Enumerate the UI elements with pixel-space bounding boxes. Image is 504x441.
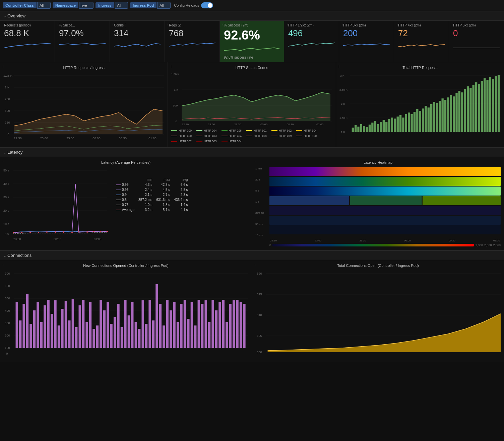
svg-rect-207 xyxy=(218,302,221,348)
svg-text:50 s: 50 s xyxy=(3,169,9,172)
svg-rect-175 xyxy=(107,302,109,348)
svg-rect-125 xyxy=(269,167,501,176)
stat-card-http12xx: i HTTP 1/2xx (2m) 496 xyxy=(284,21,339,62)
svg-rect-199 xyxy=(191,302,193,348)
svg-rect-166 xyxy=(75,327,77,348)
svg-rect-57 xyxy=(388,119,390,132)
svg-rect-205 xyxy=(211,300,214,348)
spark-conns xyxy=(114,40,161,50)
svg-rect-151 xyxy=(22,304,25,348)
stat-info-conns: i xyxy=(113,23,113,26)
http-requests-info: i xyxy=(3,65,3,68)
svg-rect-54 xyxy=(380,122,382,132)
stat-value-success: 97.0% xyxy=(59,28,106,38)
svg-rect-63 xyxy=(405,114,407,132)
svg-rect-191 xyxy=(163,325,165,348)
svg-rect-86 xyxy=(469,88,471,132)
svg-rect-161 xyxy=(58,325,60,348)
svg-rect-44 xyxy=(352,128,354,132)
svg-rect-204 xyxy=(208,322,210,348)
svg-text:1 K: 1 K xyxy=(5,86,10,89)
svg-rect-155 xyxy=(37,302,39,348)
svg-text:0: 0 xyxy=(8,133,9,136)
namespace-select[interactable]: live xyxy=(79,2,93,9)
svg-rect-173 xyxy=(100,300,102,348)
stat-info-reqs: i xyxy=(168,23,168,26)
svg-rect-178 xyxy=(117,304,119,348)
stat-info-http12xx: i xyxy=(287,23,288,26)
svg-rect-47 xyxy=(360,124,362,132)
spark-reqs xyxy=(169,40,215,50)
overview-section-header[interactable]: Overview xyxy=(0,11,504,21)
svg-rect-96 xyxy=(498,75,500,132)
svg-point-109 xyxy=(13,232,14,233)
pct-col-avg: avg xyxy=(172,177,190,182)
namespace-label: Namespace xyxy=(53,2,78,8)
svg-rect-192 xyxy=(166,300,169,348)
svg-rect-154 xyxy=(33,310,36,348)
stat-card-http3xx: i HTTP 3xx (2m) 200 xyxy=(339,21,394,62)
http-status-legend: HTTP 200 HTTP 204 HTTP 206 HTTP 301 HTTP… xyxy=(171,129,332,143)
stat-sub-pct-success: 92.6% success rate xyxy=(224,56,280,59)
stat-info-http5xx: i xyxy=(452,23,452,26)
charts-grid: i HTTP Requests / Ingress 1.25 K 1 K 750… xyxy=(0,62,504,147)
latency-section-header[interactable]: Latency xyxy=(0,147,504,157)
svg-text:700: 700 xyxy=(5,272,10,275)
stat-value-http3xx: 200 xyxy=(343,28,390,38)
ingress-select[interactable]: All xyxy=(115,2,128,9)
pct-row-avg: Average 3.2 s 5.1 s 4.1 s xyxy=(114,207,190,212)
svg-text:0: 0 xyxy=(6,352,8,355)
svg-rect-73 xyxy=(433,102,435,132)
svg-rect-209 xyxy=(226,322,228,348)
connections-section-header[interactable]: Connections xyxy=(0,250,504,260)
svg-text:750: 750 xyxy=(5,97,10,101)
legend-http301: HTTP 301 xyxy=(246,129,267,132)
svg-point-112 xyxy=(38,232,39,233)
svg-text:01:00: 01:00 xyxy=(317,123,324,126)
svg-point-118 xyxy=(86,231,88,233)
svg-rect-167 xyxy=(79,305,81,348)
config-reloads-toggle[interactable] xyxy=(201,2,213,8)
svg-text:23:00: 23:00 xyxy=(208,123,215,126)
svg-rect-174 xyxy=(103,310,106,348)
svg-text:2 K: 2 K xyxy=(341,102,345,105)
stat-title-http5xx: HTTP 5xx (2m) xyxy=(453,23,500,27)
svg-rect-162 xyxy=(61,309,63,348)
svg-point-116 xyxy=(71,232,73,233)
svg-rect-165 xyxy=(72,299,74,348)
svg-rect-60 xyxy=(396,117,398,132)
new-conn-info: i xyxy=(3,263,3,266)
svg-rect-128 xyxy=(269,196,349,205)
http-requests-panel: i HTTP Requests / Ingress 1.25 K 1 K 750… xyxy=(0,62,168,147)
svg-text:22:30: 22:30 xyxy=(14,137,21,140)
svg-rect-52 xyxy=(374,121,376,132)
ingress-pod-select[interactable]: All xyxy=(157,2,171,9)
svg-rect-202 xyxy=(201,304,203,348)
legend-http404: HTTP 404 xyxy=(222,134,242,138)
svg-text:10 s: 10 s xyxy=(3,222,9,226)
svg-rect-131 xyxy=(269,206,501,215)
total-connections-panel: i Total Connections Open (Controller / I… xyxy=(252,260,504,362)
svg-text:600: 600 xyxy=(5,284,10,288)
svg-point-110 xyxy=(21,232,22,233)
svg-rect-130 xyxy=(423,196,501,205)
heatmap-svg xyxy=(269,167,501,237)
svg-rect-91 xyxy=(484,78,486,132)
total-connections-title: Total Connections Open (Controller / Ing… xyxy=(255,264,501,268)
heatmap-x-axis: 22:30 23:00 23:30 00:00 00:30 01:00 xyxy=(269,239,501,242)
controller-class-select[interactable]: All xyxy=(37,2,51,9)
svg-rect-85 xyxy=(466,86,468,132)
svg-rect-82 xyxy=(458,91,460,132)
svg-rect-93 xyxy=(489,77,491,132)
heatmap-body: 22:30 23:00 23:30 00:00 00:30 01:00 0 1,… xyxy=(269,167,501,247)
latency-percentiles-title: Latency (Average Percentiles) xyxy=(3,160,248,164)
spark-http5xx xyxy=(453,40,500,50)
stat-card-http5xx: i HTTP 5xx (2m) 0 xyxy=(449,21,504,62)
svg-text:00:00: 00:00 xyxy=(261,123,268,126)
svg-rect-94 xyxy=(492,79,494,132)
svg-rect-72 xyxy=(430,104,432,132)
stat-value-conns: 314 xyxy=(114,28,161,38)
http-requests-chart: 1.25 K 1 K 750 500 250 0 22:30 23:00 23:… xyxy=(3,72,164,143)
svg-rect-84 xyxy=(464,89,466,132)
svg-rect-208 xyxy=(222,300,225,348)
